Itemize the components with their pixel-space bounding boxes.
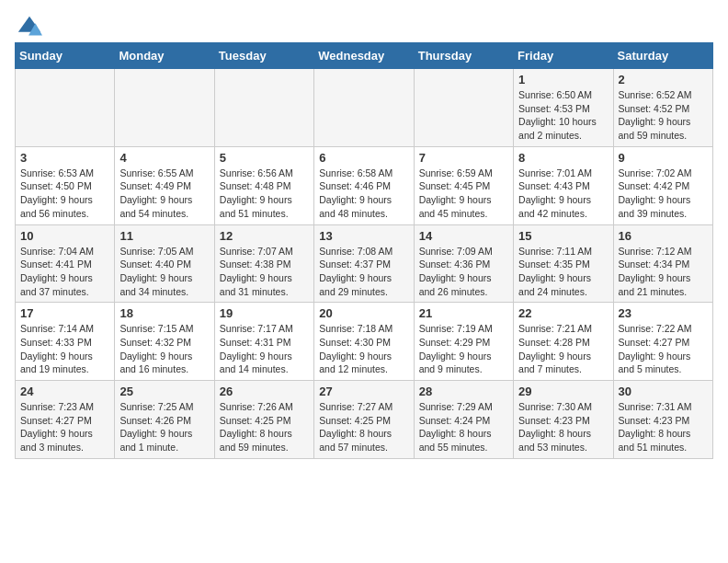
day-info: Sunrise: 6:53 AM Sunset: 4:50 PM Dayligh… [20,167,109,221]
day-info: Sunrise: 7:15 AM Sunset: 4:32 PM Dayligh… [119,322,209,376]
day-info: Sunrise: 7:25 AM Sunset: 4:26 PM Dayligh… [119,400,209,454]
calendar-header-thursday: Thursday [414,43,513,69]
calendar-header-sunday: Sunday [16,43,115,69]
calendar-cell-4-4: 20Sunrise: 7:18 AM Sunset: 4:30 PM Dayli… [314,303,414,381]
logo-icon [17,15,42,40]
day-info: Sunrise: 6:59 AM Sunset: 4:45 PM Dayligh… [419,167,508,221]
day-number: 23 [619,306,708,320]
calendar-cell-2-7: 9Sunrise: 7:02 AM Sunset: 4:42 PM Daylig… [613,146,712,224]
calendar-cell-4-3: 19Sunrise: 7:17 AM Sunset: 4:31 PM Dayli… [214,303,313,381]
day-number: 8 [518,151,608,165]
day-number: 3 [20,151,109,165]
calendar-cell-4-1: 17Sunrise: 7:14 AM Sunset: 4:33 PM Dayli… [16,303,115,381]
day-number: 26 [220,385,309,398]
calendar-cell-3-3: 12Sunrise: 7:07 AM Sunset: 4:38 PM Dayli… [214,224,313,303]
day-info: Sunrise: 7:18 AM Sunset: 4:30 PM Dayligh… [319,322,408,376]
day-number: 27 [319,385,408,398]
day-info: Sunrise: 7:21 AM Sunset: 4:28 PM Dayligh… [518,322,608,376]
day-info: Sunrise: 7:23 AM Sunset: 4:27 PM Dayligh… [20,400,109,454]
calendar-header-saturday: Saturday [613,43,712,69]
day-info: Sunrise: 6:50 AM Sunset: 4:53 PM Dayligh… [518,88,608,143]
day-number: 7 [419,151,508,165]
day-number: 30 [619,385,708,398]
day-info: Sunrise: 7:31 AM Sunset: 4:23 PM Dayligh… [619,400,708,454]
day-number: 24 [20,385,109,398]
calendar-cell-4-2: 18Sunrise: 7:15 AM Sunset: 4:32 PM Dayli… [115,303,214,381]
day-number: 12 [220,229,309,243]
calendar-week-3: 10Sunrise: 7:04 AM Sunset: 4:41 PM Dayli… [16,224,713,303]
day-info: Sunrise: 7:11 AM Sunset: 4:35 PM Dayligh… [518,245,608,299]
calendar-cell-2-2: 4Sunrise: 6:55 AM Sunset: 4:49 PM Daylig… [115,146,214,224]
day-number: 19 [220,306,309,320]
day-info: Sunrise: 7:04 AM Sunset: 4:41 PM Dayligh… [20,245,109,299]
calendar-cell-2-3: 5Sunrise: 6:56 AM Sunset: 4:48 PM Daylig… [214,146,313,224]
day-info: Sunrise: 7:22 AM Sunset: 4:27 PM Dayligh… [619,322,708,376]
day-number: 5 [220,151,309,165]
calendar-cell-3-5: 14Sunrise: 7:09 AM Sunset: 4:36 PM Dayli… [414,224,513,303]
day-number: 1 [518,73,608,86]
calendar-cell-2-6: 8Sunrise: 7:01 AM Sunset: 4:43 PM Daylig… [514,146,613,224]
day-info: Sunrise: 7:08 AM Sunset: 4:37 PM Dayligh… [319,245,408,299]
day-info: Sunrise: 7:12 AM Sunset: 4:34 PM Dayligh… [619,245,708,299]
calendar-cell-1-1 [16,69,115,147]
calendar-cell-3-7: 16Sunrise: 7:12 AM Sunset: 4:34 PM Dayli… [613,224,712,303]
calendar-header-monday: Monday [115,43,214,69]
day-info: Sunrise: 7:19 AM Sunset: 4:29 PM Dayligh… [419,322,508,376]
day-number: 29 [518,385,608,398]
calendar-cell-5-7: 30Sunrise: 7:31 AM Sunset: 4:23 PM Dayli… [613,381,712,459]
calendar-cell-1-3 [214,69,313,147]
calendar-header-tuesday: Tuesday [214,43,313,69]
calendar-cell-5-4: 27Sunrise: 7:27 AM Sunset: 4:25 PM Dayli… [314,381,414,459]
day-number: 25 [119,385,209,398]
calendar-cell-2-5: 7Sunrise: 6:59 AM Sunset: 4:45 PM Daylig… [414,146,513,224]
day-info: Sunrise: 7:02 AM Sunset: 4:42 PM Dayligh… [619,167,708,221]
day-info: Sunrise: 7:26 AM Sunset: 4:25 PM Dayligh… [220,400,309,454]
calendar-week-2: 3Sunrise: 6:53 AM Sunset: 4:50 PM Daylig… [16,146,713,224]
day-number: 18 [119,306,209,320]
calendar-cell-3-1: 10Sunrise: 7:04 AM Sunset: 4:41 PM Dayli… [16,224,115,303]
calendar-header-friday: Friday [514,43,613,69]
calendar-cell-3-2: 11Sunrise: 7:05 AM Sunset: 4:40 PM Dayli… [115,224,214,303]
day-number: 9 [619,151,708,165]
logo [15,15,42,35]
calendar-cell-1-2 [115,69,214,147]
day-number: 10 [20,229,109,243]
day-number: 14 [419,229,508,243]
calendar-cell-5-6: 29Sunrise: 7:30 AM Sunset: 4:23 PM Dayli… [514,381,613,459]
day-number: 13 [319,229,408,243]
day-info: Sunrise: 7:30 AM Sunset: 4:23 PM Dayligh… [518,400,608,454]
day-info: Sunrise: 6:58 AM Sunset: 4:46 PM Dayligh… [319,167,408,221]
day-number: 17 [20,306,109,320]
calendar-cell-1-4 [314,69,414,147]
calendar-cell-5-3: 26Sunrise: 7:26 AM Sunset: 4:25 PM Dayli… [214,381,313,459]
calendar-cell-1-6: 1Sunrise: 6:50 AM Sunset: 4:53 PM Daylig… [514,69,613,147]
day-info: Sunrise: 6:56 AM Sunset: 4:48 PM Dayligh… [220,167,309,221]
calendar-cell-3-4: 13Sunrise: 7:08 AM Sunset: 4:37 PM Dayli… [314,224,414,303]
day-number: 6 [319,151,408,165]
day-number: 2 [619,73,708,86]
calendar-header-row: SundayMondayTuesdayWednesdayThursdayFrid… [16,43,713,69]
day-number: 20 [319,306,408,320]
day-info: Sunrise: 6:52 AM Sunset: 4:52 PM Dayligh… [619,88,708,143]
calendar-cell-4-6: 22Sunrise: 7:21 AM Sunset: 4:28 PM Dayli… [514,303,613,381]
day-info: Sunrise: 7:05 AM Sunset: 4:40 PM Dayligh… [119,245,209,299]
calendar-cell-3-6: 15Sunrise: 7:11 AM Sunset: 4:35 PM Dayli… [514,224,613,303]
day-info: Sunrise: 7:17 AM Sunset: 4:31 PM Dayligh… [220,322,309,376]
calendar-week-1: 1Sunrise: 6:50 AM Sunset: 4:53 PM Daylig… [16,69,713,147]
calendar-week-5: 24Sunrise: 7:23 AM Sunset: 4:27 PM Dayli… [16,381,713,459]
calendar-cell-2-4: 6Sunrise: 6:58 AM Sunset: 4:46 PM Daylig… [314,146,414,224]
day-number: 16 [619,229,708,243]
calendar-cell-2-1: 3Sunrise: 6:53 AM Sunset: 4:50 PM Daylig… [16,146,115,224]
calendar-cell-4-7: 23Sunrise: 7:22 AM Sunset: 4:27 PM Dayli… [613,303,712,381]
calendar-cell-5-1: 24Sunrise: 7:23 AM Sunset: 4:27 PM Dayli… [16,381,115,459]
calendar-cell-5-2: 25Sunrise: 7:25 AM Sunset: 4:26 PM Dayli… [115,381,214,459]
day-info: Sunrise: 7:29 AM Sunset: 4:24 PM Dayligh… [419,400,508,454]
day-info: Sunrise: 7:07 AM Sunset: 4:38 PM Dayligh… [220,245,309,299]
day-number: 22 [518,306,608,320]
day-number: 15 [518,229,608,243]
day-info: Sunrise: 7:01 AM Sunset: 4:43 PM Dayligh… [518,167,608,221]
day-number: 4 [119,151,209,165]
day-info: Sunrise: 6:55 AM Sunset: 4:49 PM Dayligh… [119,167,209,221]
calendar-week-4: 17Sunrise: 7:14 AM Sunset: 4:33 PM Dayli… [16,303,713,381]
calendar-cell-4-5: 21Sunrise: 7:19 AM Sunset: 4:29 PM Dayli… [414,303,513,381]
